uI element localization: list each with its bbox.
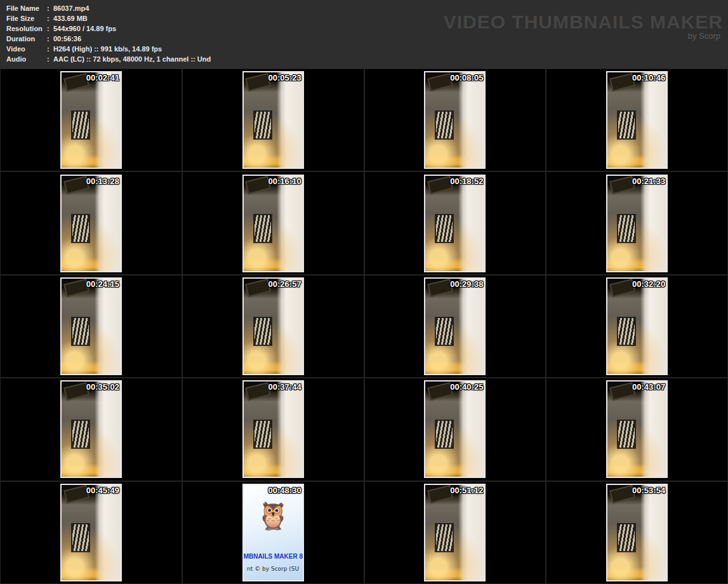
thumbnail-cell[interactable]: 00:18:52 bbox=[364, 171, 546, 274]
timestamp-overlay: 00:35:02 bbox=[86, 382, 119, 392]
video-frame-thumbnail[interactable]: 00:45:49 bbox=[60, 484, 122, 581]
file-info-colon: : bbox=[47, 44, 53, 54]
video-frame-thumbnail[interactable]: 00:51:12 bbox=[424, 484, 486, 581]
thumbnail-cell[interactable]: 00:40:25 bbox=[364, 378, 546, 481]
video-frame-thumbnail[interactable]: 00:43:07 bbox=[606, 380, 668, 478]
file-info-label: File Size bbox=[6, 13, 47, 23]
video-frame-thumbnail[interactable]: 00:10:46 bbox=[606, 71, 668, 169]
thumbnail-image bbox=[607, 176, 666, 271]
file-info-colon: : bbox=[47, 13, 53, 23]
thumbnail-image bbox=[425, 72, 484, 168]
thumbnail-cell[interactable]: 🦉MBNAILS MAKER 8nt © by Scorp (SU00:48:3… bbox=[182, 481, 364, 584]
thumbnail-image bbox=[425, 176, 484, 271]
file-info-label: Video bbox=[6, 44, 47, 54]
timestamp-overlay: 00:45:49 bbox=[86, 486, 119, 495]
thumbnail-image bbox=[244, 176, 303, 271]
thumbnail-image bbox=[244, 279, 303, 374]
timestamp-overlay: 00:05:23 bbox=[268, 73, 301, 83]
video-frame-thumbnail[interactable]: 00:24:15 bbox=[60, 277, 122, 375]
timestamp-overlay: 00:53:54 bbox=[632, 486, 665, 495]
file-info-row: Audio:AAC (LC) :: 72 kbps, 48000 Hz, 1 c… bbox=[6, 54, 211, 64]
thumbnail-cell[interactable]: 00:16:10 bbox=[182, 171, 364, 274]
file-info-label: File Name bbox=[6, 3, 47, 13]
thumbnail-cell[interactable]: 00:51:12 bbox=[364, 481, 546, 584]
timestamp-overlay: 00:13:28 bbox=[86, 176, 119, 186]
thumbnail-image bbox=[62, 382, 121, 477]
video-frame-thumbnail[interactable]: 00:37:44 bbox=[242, 380, 304, 478]
thumbnail-cell[interactable]: 00:29:38 bbox=[364, 275, 546, 378]
thumbnail-cell[interactable]: 00:05:23 bbox=[182, 69, 364, 171]
file-info: File Name:86037.mp4File Size:433.69 MBRe… bbox=[6, 3, 211, 64]
thumbnail-image bbox=[425, 485, 484, 580]
timestamp-overlay: 00:21:33 bbox=[632, 176, 665, 186]
timestamp-overlay: 00:48:30 bbox=[268, 486, 301, 495]
file-info-colon: : bbox=[47, 34, 53, 44]
file-info-label: Audio bbox=[6, 54, 47, 64]
watermark-title: MBNAILS MAKER 8 bbox=[244, 553, 303, 560]
timestamp-overlay: 00:18:52 bbox=[450, 176, 483, 186]
thumbnail-cell[interactable]: 00:13:28 bbox=[0, 171, 182, 274]
file-info-value: H264 (High) :: 991 kb/s, 14.89 fps bbox=[53, 44, 162, 54]
thumbnail-cell[interactable]: 00:45:49 bbox=[0, 481, 182, 584]
thumbnail-grid: 00:02:4100:05:2300:08:0500:10:4600:13:28… bbox=[0, 69, 728, 584]
file-info-label: Resolution bbox=[6, 23, 47, 34]
file-info-value: 433.69 MB bbox=[53, 13, 88, 23]
video-frame-thumbnail[interactable]: 00:53:54 bbox=[606, 484, 668, 581]
thumbnail-image bbox=[62, 279, 121, 374]
timestamp-overlay: 00:37:44 bbox=[268, 382, 301, 392]
thumbnail-image bbox=[607, 279, 666, 374]
thumbnail-cell[interactable]: 00:53:54 bbox=[546, 481, 728, 584]
thumbnail-cell[interactable]: 00:37:44 bbox=[182, 378, 364, 481]
video-frame-thumbnail[interactable]: 00:21:33 bbox=[606, 175, 668, 272]
watermark-thumbnail[interactable]: 🦉MBNAILS MAKER 8nt © by Scorp (SU00:48:3… bbox=[242, 484, 304, 581]
thumbnail-image bbox=[244, 382, 303, 477]
timestamp-overlay: 00:51:12 bbox=[450, 486, 483, 495]
thumbnail-cell[interactable]: 00:02:41 bbox=[0, 69, 182, 171]
file-info-value: 00:56:36 bbox=[53, 34, 81, 44]
video-frame-thumbnail[interactable]: 00:40:25 bbox=[424, 380, 486, 478]
video-frame-thumbnail[interactable]: 00:32:20 bbox=[606, 277, 668, 375]
video-frame-thumbnail[interactable]: 00:13:28 bbox=[60, 175, 122, 272]
thumbnail-cell[interactable]: 00:21:33 bbox=[546, 171, 728, 274]
file-info-colon: : bbox=[47, 54, 53, 64]
thumbnail-cell[interactable]: 00:10:46 bbox=[546, 69, 728, 171]
vtm-logo: VIDEO THUMBNAILS MAKER by Scorp bbox=[444, 11, 723, 41]
thumbnail-cell[interactable]: 00:35:02 bbox=[0, 378, 182, 481]
file-info-colon: : bbox=[47, 3, 53, 13]
video-frame-thumbnail[interactable]: 00:05:23 bbox=[242, 71, 304, 169]
timestamp-overlay: 00:40:25 bbox=[450, 382, 483, 392]
timestamp-overlay: 00:08:05 bbox=[450, 73, 483, 83]
thumbnail-image bbox=[62, 485, 121, 580]
thumbnail-cell[interactable]: 00:32:20 bbox=[546, 275, 728, 378]
thumbnail-image bbox=[244, 72, 303, 168]
file-info-row: File Size:433.69 MB bbox=[6, 13, 211, 23]
thumbnail-image bbox=[425, 279, 484, 374]
video-frame-thumbnail[interactable]: 00:18:52 bbox=[424, 175, 486, 272]
thumbnail-image bbox=[425, 382, 484, 477]
thumbnail-image bbox=[62, 72, 121, 168]
video-frame-thumbnail[interactable]: 00:26:57 bbox=[242, 277, 304, 375]
timestamp-overlay: 00:16:10 bbox=[268, 176, 301, 186]
file-info-row: File Name:86037.mp4 bbox=[6, 3, 211, 13]
owl-icon: 🦉 bbox=[244, 500, 303, 531]
watermark-copyright: nt © by Scorp (SU bbox=[244, 566, 303, 572]
file-info-value: AAC (LC) :: 72 kbps, 48000 Hz, 1 channel… bbox=[53, 54, 211, 64]
video-frame-thumbnail[interactable]: 00:08:05 bbox=[424, 71, 486, 169]
file-info-row: Duration:00:56:36 bbox=[6, 34, 211, 44]
file-info-colon: : bbox=[47, 23, 53, 34]
file-info-value: 86037.mp4 bbox=[53, 3, 89, 13]
vtm-logo-title: VIDEO THUMBNAILS MAKER bbox=[444, 11, 723, 33]
video-frame-thumbnail[interactable]: 00:35:02 bbox=[60, 380, 122, 478]
thumbnail-cell[interactable]: 00:26:57 bbox=[182, 275, 364, 378]
thumbnail-image bbox=[62, 176, 121, 271]
file-info-row: Video:H264 (High) :: 991 kb/s, 14.89 fps bbox=[6, 44, 211, 54]
video-frame-thumbnail[interactable]: 00:16:10 bbox=[242, 175, 304, 272]
thumbnail-cell[interactable]: 00:08:05 bbox=[364, 69, 546, 171]
video-frame-thumbnail[interactable]: 00:29:38 bbox=[424, 277, 486, 375]
video-frame-thumbnail[interactable]: 00:02:41 bbox=[60, 71, 122, 169]
thumbnail-cell[interactable]: 00:43:07 bbox=[546, 378, 728, 481]
thumbnail-image bbox=[607, 382, 666, 477]
thumbnail-image bbox=[607, 485, 666, 580]
thumbnail-cell[interactable]: 00:24:15 bbox=[0, 275, 182, 378]
timestamp-overlay: 00:24:15 bbox=[86, 279, 119, 289]
